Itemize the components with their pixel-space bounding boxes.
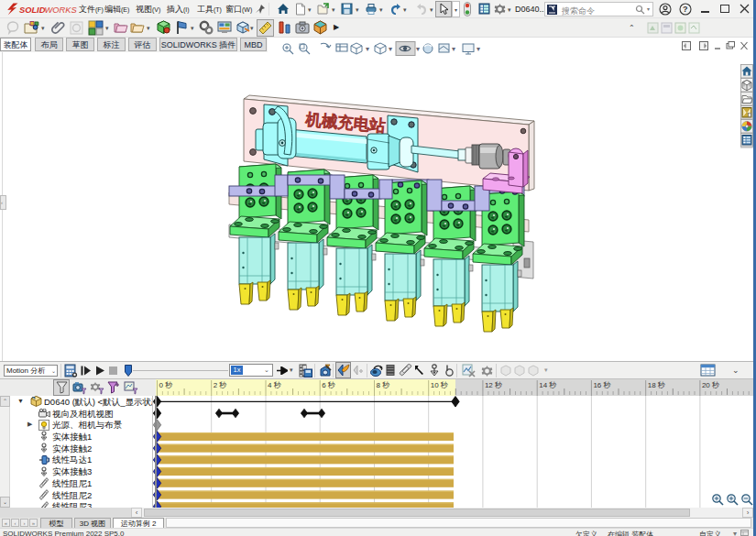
svg-text:▾: ▾	[389, 45, 392, 53]
svg-text:0 秒: 0 秒	[159, 381, 173, 389]
svg-text:20 秒: 20 秒	[702, 381, 719, 389]
svg-text:14 秒: 14 秒	[539, 381, 556, 389]
svg-text:WORKS: WORKS	[45, 5, 78, 15]
svg-text:16 秒: 16 秒	[593, 381, 610, 389]
svg-text:SOLID: SOLID	[19, 5, 46, 15]
svg-text:6 秒: 6 秒	[322, 381, 335, 389]
svg-text:▾: ▾	[416, 45, 420, 53]
svg-text:12 秒: 12 秒	[485, 381, 502, 389]
svg-text:▾: ▾	[477, 45, 480, 53]
svg-text:▾: ▾	[366, 45, 369, 53]
svg-text:10 秒: 10 秒	[431, 381, 448, 389]
svg-text:?: ?	[683, 5, 688, 14]
svg-text:8 秒: 8 秒	[377, 381, 390, 389]
svg-text:18 秒: 18 秒	[648, 381, 665, 389]
svg-text:2 秒: 2 秒	[214, 381, 227, 389]
svg-text:▾: ▾	[452, 45, 455, 53]
svg-text:4 秒: 4 秒	[268, 381, 281, 389]
